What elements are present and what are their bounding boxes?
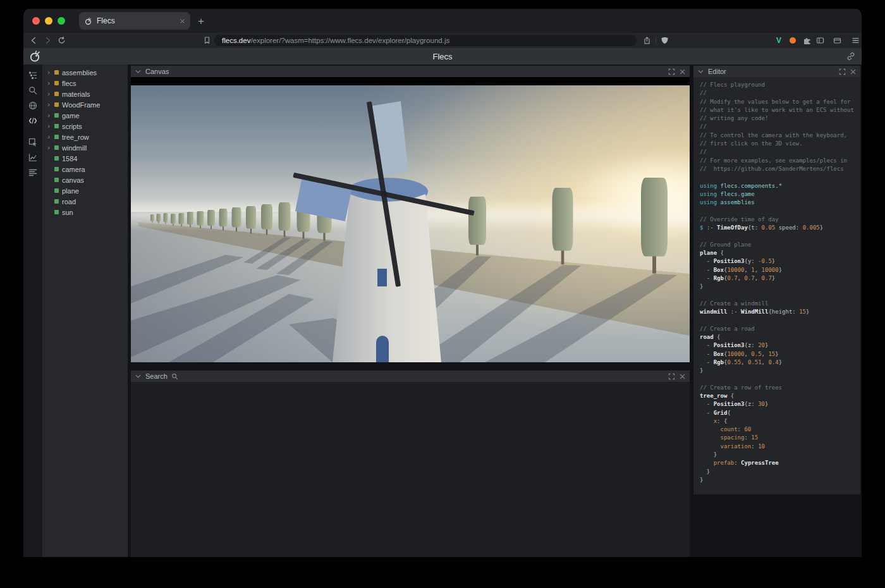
wallet-icon[interactable] <box>833 37 841 45</box>
tree-item-label: plane <box>62 187 79 195</box>
tree-item-WoodFrame[interactable]: ›WoodFrame <box>42 99 128 110</box>
screen: Flecs + flecs.dev/explorer/?wasm=https:/… <box>0 0 885 588</box>
fullscreen-icon[interactable] <box>839 68 846 75</box>
tree-item-materials[interactable]: ›materials <box>42 89 128 99</box>
entity-kind-icon <box>54 188 59 193</box>
entity-kind-icon <box>54 210 59 214</box>
page-title: Flecs <box>23 52 862 61</box>
window-controls <box>23 17 74 25</box>
expand-arrow-icon[interactable]: › <box>46 144 51 151</box>
chevron-down-icon[interactable] <box>135 68 142 75</box>
search-icon[interactable] <box>28 85 38 95</box>
tree-item-game[interactable]: ›game <box>42 110 128 121</box>
tab-close-icon[interactable] <box>180 18 185 24</box>
entity-kind-icon <box>54 124 59 128</box>
minimize-window-button[interactable] <box>45 17 52 25</box>
tree-item-road[interactable]: road <box>42 196 128 207</box>
tree-item-label: 1584 <box>62 155 77 162</box>
3d-scene-windmill[interactable] <box>131 85 690 362</box>
expand-arrow-icon[interactable]: › <box>46 101 51 108</box>
tree-item-camera[interactable]: camera <box>42 164 128 175</box>
url-path: /explorer/?wasm=https://www.flecs.dev/ex… <box>250 37 449 44</box>
tree-item-label: windmill <box>62 144 87 152</box>
address-bar[interactable]: flecs.dev/explorer/?wasm=https://www.fle… <box>214 35 637 46</box>
tree-item-tree_row[interactable]: ›tree_row <box>42 132 128 142</box>
canvas-panel-title: Canvas <box>145 68 169 75</box>
stats-icon[interactable] <box>28 168 38 178</box>
tree-item-assemblies[interactable]: ›assemblies <box>42 67 128 78</box>
editor-panel-title: Editor <box>708 68 726 75</box>
close-icon[interactable] <box>679 68 686 75</box>
editor-code[interactable]: // Flecs playground//// Modify the value… <box>693 77 860 494</box>
tree-item-plane[interactable]: plane <box>42 185 128 196</box>
url-host: flecs.dev <box>222 37 250 44</box>
inspect-icon[interactable] <box>28 137 38 147</box>
entity-tree: ›assemblies›flecs›materials›WoodFrame›ga… <box>42 64 128 557</box>
entity-kind-icon <box>54 135 59 139</box>
tree-item-label: flecs <box>62 80 76 87</box>
bookmark-icon[interactable] <box>203 37 211 45</box>
explorer-content: ›assemblies›flecs›materials›WoodFrame›ga… <box>23 64 862 557</box>
expand-arrow-icon[interactable]: › <box>46 112 51 119</box>
tree-item-label: road <box>62 198 76 205</box>
search-panel-header: Search <box>131 371 690 382</box>
chart-icon[interactable] <box>28 152 38 162</box>
browser-window: Flecs + flecs.dev/explorer/?wasm=https:/… <box>23 9 862 557</box>
expand-arrow-icon[interactable]: › <box>46 133 51 140</box>
tab-title: Flecs <box>97 16 175 25</box>
entity-kind-icon <box>54 70 59 75</box>
tree-item-1584[interactable]: 1584 <box>42 153 128 164</box>
v-extension-icon[interactable]: V <box>776 36 781 45</box>
share-link-icon[interactable] <box>846 52 855 61</box>
navigation-bar: flecs.dev/explorer/?wasm=https://www.fle… <box>23 33 862 48</box>
shield-icon[interactable] <box>661 37 669 45</box>
fullscreen-icon[interactable] <box>668 68 675 75</box>
tree-icon[interactable] <box>28 70 38 80</box>
new-tab-button[interactable]: + <box>198 16 204 27</box>
search-results-area[interactable] <box>131 382 690 557</box>
tree-item-canvas[interactable]: canvas <box>42 175 128 185</box>
tree-item-label: camera <box>62 166 85 173</box>
reload-button[interactable] <box>58 37 66 45</box>
close-window-button[interactable] <box>32 17 40 25</box>
menu-icon[interactable] <box>851 37 860 45</box>
tree-item-label: game <box>62 112 80 119</box>
extensions-puzzle-icon[interactable] <box>803 36 812 45</box>
expand-arrow-icon[interactable]: › <box>46 123 51 130</box>
chevron-down-icon[interactable] <box>697 68 704 75</box>
back-button[interactable] <box>30 37 38 45</box>
maximize-window-button[interactable] <box>58 17 65 25</box>
tree-item-sun[interactable]: sun <box>42 207 128 217</box>
app-header: Flecs <box>23 48 862 64</box>
toolbar-separator <box>656 37 656 44</box>
tree-item-flecs[interactable]: ›flecs <box>42 78 128 89</box>
tree-item-label: canvas <box>62 176 84 184</box>
tree-item-label: tree_row <box>62 133 89 141</box>
forward-button[interactable] <box>44 37 52 45</box>
3d-canvas[interactable] <box>131 77 690 362</box>
world-icon[interactable] <box>28 101 38 111</box>
sidebar-toggle-icon[interactable] <box>816 37 824 45</box>
browser-tab[interactable]: Flecs <box>79 12 190 30</box>
canvas-panel: Canvas <box>131 66 690 362</box>
tree-item-scripts[interactable]: ›scripts <box>42 121 128 132</box>
entity-kind-icon <box>54 102 59 107</box>
editor-panel: Editor // Flecs playground//// Modify th… <box>693 66 860 494</box>
editor-panel-header: Editor <box>693 66 860 77</box>
expand-arrow-icon[interactable]: › <box>46 90 51 97</box>
tree-item-windmill[interactable]: ›windmill <box>42 142 128 153</box>
tree-item-label: WoodFrame <box>62 101 100 109</box>
left-icon-bar <box>23 64 42 557</box>
close-icon[interactable] <box>679 373 686 380</box>
code-icon[interactable] <box>28 116 38 126</box>
canvas-panel-header: Canvas <box>131 66 690 77</box>
search-icon <box>171 373 178 380</box>
orange-extension-icon[interactable] <box>790 37 796 44</box>
expand-arrow-icon[interactable]: › <box>46 80 51 87</box>
share-icon[interactable] <box>643 37 651 45</box>
close-icon[interactable] <box>850 68 857 75</box>
entity-kind-icon <box>54 113 59 118</box>
chevron-down-icon[interactable] <box>135 373 142 380</box>
expand-arrow-icon[interactable]: › <box>46 69 51 76</box>
fullscreen-icon[interactable] <box>668 373 675 380</box>
